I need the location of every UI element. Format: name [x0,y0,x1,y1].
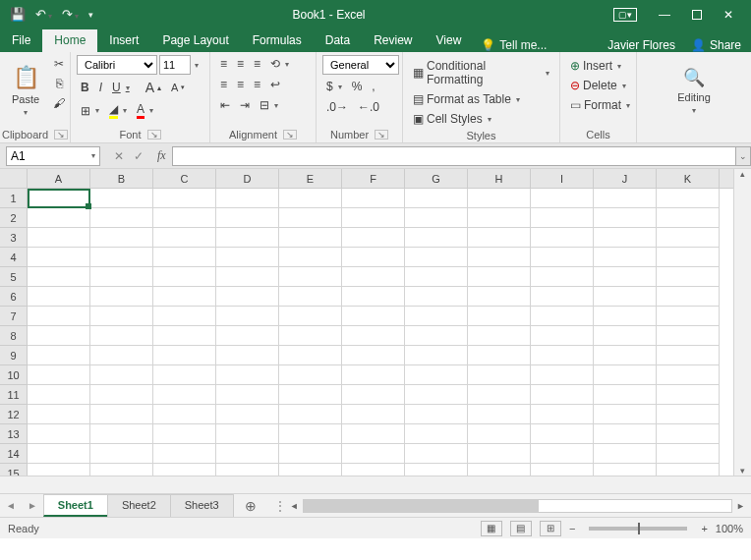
cell[interactable] [153,326,216,346]
cell[interactable] [405,208,468,228]
cell[interactable] [657,189,720,208]
sheet-nav-prev[interactable]: ◄ [0,500,22,511]
zoom-slider[interactable] [589,527,687,531]
cell[interactable] [153,405,216,424]
cell[interactable] [90,189,153,208]
tab-insert[interactable]: Insert [97,29,150,52]
cell[interactable] [90,365,153,385]
cell[interactable] [342,326,405,346]
column-header[interactable]: G [405,169,468,188]
cell[interactable] [531,365,594,385]
tab-file[interactable]: File [0,29,42,52]
cell[interactable] [28,208,90,228]
cell[interactable] [28,444,90,464]
column-header[interactable]: C [153,169,216,188]
row-header[interactable]: 1 [0,189,27,208]
horizontal-scrollbar[interactable]: ⋮ ◄ ► [268,499,751,513]
cell[interactable] [28,287,90,307]
cell[interactable] [468,287,531,307]
row-header[interactable]: 6 [0,287,27,307]
row-header[interactable]: 14 [0,444,27,464]
fill-color-button[interactable]: ◢ [105,100,131,121]
cell[interactable] [153,208,216,228]
copy-button[interactable]: ⎘ [49,75,69,92]
cell[interactable] [468,444,531,464]
cell[interactable] [594,248,657,267]
cell[interactable] [279,248,342,267]
cells-area[interactable] [28,189,733,476]
cell[interactable] [657,208,720,228]
cell[interactable] [342,424,405,444]
cell[interactable] [405,287,468,307]
cell[interactable] [342,287,405,307]
row-header[interactable]: 2 [0,208,27,228]
cell[interactable] [216,385,279,405]
cell[interactable] [279,405,342,424]
bold-button[interactable]: B [77,79,93,96]
cell[interactable] [28,405,90,424]
cell[interactable] [468,346,531,365]
cell[interactable] [657,424,720,444]
format-painter-button[interactable]: 🖌 [49,94,69,112]
delete-cells-button[interactable]: ⊖Delete [566,77,630,94]
underline-button[interactable]: U [108,79,134,96]
cell[interactable] [90,346,153,365]
cell[interactable] [468,424,531,444]
cell[interactable] [153,228,216,248]
cell[interactable] [342,307,405,326]
tab-review[interactable]: Review [362,29,424,52]
tab-home[interactable]: Home [42,29,97,52]
cell[interactable] [594,267,657,287]
column-header[interactable]: E [279,169,342,188]
cell[interactable] [531,346,594,365]
cell[interactable] [468,189,531,208]
cell[interactable] [90,405,153,424]
merge-button[interactable]: ⊟ [256,96,282,114]
number-format-select[interactable]: General [322,55,399,75]
cell[interactable] [90,307,153,326]
cell[interactable] [90,424,153,444]
cell[interactable] [594,228,657,248]
font-name-select[interactable]: Calibri [77,55,157,75]
cell[interactable] [153,307,216,326]
cell[interactable] [405,365,468,385]
cell[interactable] [531,405,594,424]
cell[interactable] [28,424,90,444]
cell[interactable] [90,326,153,346]
cell[interactable] [468,228,531,248]
row-header[interactable]: 7 [0,307,27,326]
cell[interactable] [216,248,279,267]
format-as-table-button[interactable]: ▤Format as Table [409,90,553,108]
cell[interactable] [216,287,279,307]
conditional-formatting-button[interactable]: ▦Conditional Formatting [409,57,553,88]
accounting-format-button[interactable]: $ [322,78,346,95]
zoom-level[interactable]: 100% [716,523,743,534]
cell[interactable] [90,208,153,228]
cell[interactable] [279,228,342,248]
tab-data[interactable]: Data [314,29,362,52]
cell[interactable] [594,307,657,326]
decrease-decimal-button[interactable]: ←.0 [354,98,383,116]
increase-decimal-button[interactable]: .0→ [322,98,352,116]
decrease-indent-button[interactable]: ⇤ [216,96,234,114]
percent-format-button[interactable]: % [348,78,367,95]
row-header[interactable]: 11 [0,385,27,405]
column-header[interactable]: A [28,169,90,188]
cell[interactable] [657,326,720,346]
cell[interactable] [28,385,90,405]
cell[interactable] [90,267,153,287]
paste-button[interactable]: 📋 Paste ▾ [6,55,45,127]
cell[interactable] [531,189,594,208]
cell[interactable] [279,267,342,287]
new-sheet-button[interactable]: ⊕ [233,498,268,514]
cell[interactable] [342,444,405,464]
cell[interactable] [594,444,657,464]
alignment-dialog-launcher[interactable]: ↘ [283,130,297,140]
cell[interactable] [279,444,342,464]
cell[interactable] [216,405,279,424]
cell[interactable] [531,424,594,444]
cell[interactable] [342,228,405,248]
cell[interactable] [405,405,468,424]
redo-icon[interactable]: ↷ [62,7,79,22]
cancel-formula-icon[interactable]: ✕ [114,149,124,163]
